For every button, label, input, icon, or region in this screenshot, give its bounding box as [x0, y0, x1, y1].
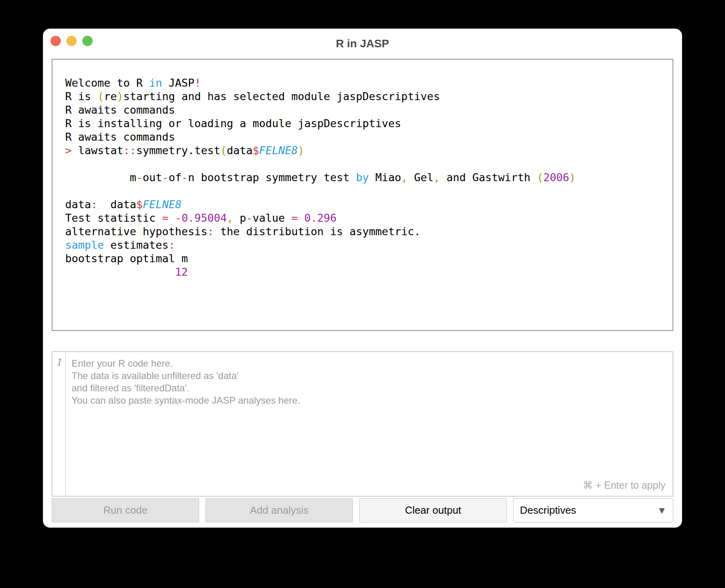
editor-main[interactable]: Enter your R code here.The data is avail… — [66, 352, 673, 496]
module-dropdown-value: Descriptives — [520, 504, 576, 516]
line-number-gutter: 1 — [52, 352, 66, 496]
module-dropdown[interactable]: Descriptives ▼ — [513, 498, 673, 522]
editor-placeholder: Enter your R code here.The data is avail… — [66, 352, 673, 412]
minimize-button[interactable] — [66, 36, 77, 46]
code-editor[interactable]: 1 Enter your R code here.The data is ava… — [52, 351, 673, 497]
window-title: R in JASP — [43, 32, 682, 50]
traffic-lights — [50, 29, 93, 53]
add-analysis-button[interactable]: Add analysis — [205, 498, 353, 522]
clear-output-button[interactable]: Clear output — [359, 498, 507, 522]
maximize-button[interactable] — [82, 36, 93, 46]
run-code-button[interactable]: Run code — [52, 498, 199, 522]
shortcut-hint: ⌘ + Enter to apply — [583, 480, 665, 491]
app-window: R in JASP Welcome to R in JASP!R is (re)… — [43, 29, 682, 528]
toolbar: Run code Add analysis Clear output Descr… — [52, 498, 673, 522]
console-output[interactable]: Welcome to R in JASP!R is (re)starting a… — [52, 59, 673, 331]
titlebar: R in JASP — [43, 29, 682, 53]
chevron-down-icon: ▼ — [657, 506, 667, 515]
close-button[interactable] — [50, 36, 61, 46]
line-number: 1 — [56, 357, 62, 368]
console-text: Welcome to R in JASP!R is (re)starting a… — [65, 76, 660, 279]
